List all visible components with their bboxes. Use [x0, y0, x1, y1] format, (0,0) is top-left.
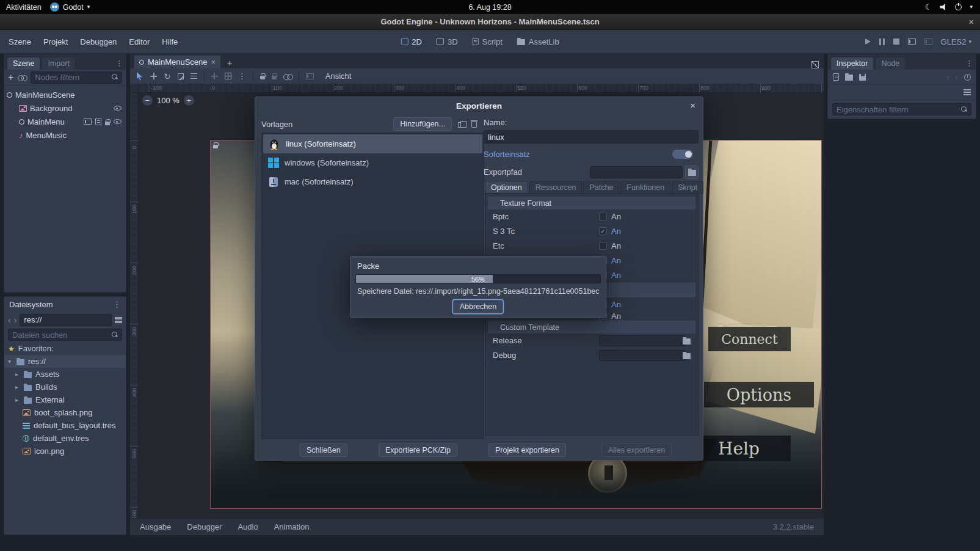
- export-tab-skript[interactable]: Skript: [672, 181, 703, 194]
- bottom-tab-debugger[interactable]: Debugger: [187, 522, 222, 531]
- add-node-button[interactable]: +: [8, 73, 13, 82]
- tab-node[interactable]: Node: [875, 57, 906, 70]
- skeleton-options-icon[interactable]: [306, 73, 314, 79]
- pivot-tool-icon[interactable]: [211, 73, 218, 79]
- export-pck-button[interactable]: Exportiere PCK/Zip: [379, 443, 457, 457]
- select-tool-icon[interactable]: [136, 72, 143, 80]
- menu-szene[interactable]: Szene: [2, 37, 37, 46]
- window-titlebar[interactable]: Godot Engine - Unknown Horizons - MainMe…: [0, 14, 980, 30]
- play-button[interactable]: [865, 38, 871, 45]
- play-custom-scene-button[interactable]: [924, 38, 932, 45]
- object-properties-icon[interactable]: [964, 89, 971, 95]
- close-dialog-button[interactable]: Schließen: [300, 443, 347, 457]
- window-close-button[interactable]: ×: [968, 16, 974, 27]
- instance-scene-button[interactable]: [18, 75, 26, 80]
- debug-template-input[interactable]: [599, 350, 686, 361]
- bottom-tab-ausgabe[interactable]: Ausgabe: [140, 522, 171, 531]
- group-icon[interactable]: [84, 119, 92, 125]
- tree-node-mainmenuscene[interactable]: MainMenuScene: [4, 88, 126, 101]
- export-tab-funktionen[interactable]: Funktionen: [620, 181, 670, 194]
- export-project-button[interactable]: Projekt exportieren: [488, 443, 566, 457]
- snap-grid-icon[interactable]: [225, 73, 231, 79]
- dock-menu-icon[interactable]: ⋮: [113, 301, 121, 308]
- load-resource-icon[interactable]: [845, 75, 853, 81]
- dock-menu-icon[interactable]: ⋮: [115, 59, 123, 67]
- file-row-res[interactable]: ▾ res://: [4, 355, 126, 368]
- visibility-icon[interactable]: [114, 106, 122, 111]
- tree-node-background[interactable]: Background: [4, 101, 126, 115]
- list-select-icon[interactable]: [191, 73, 197, 79]
- split-view-icon[interactable]: [115, 317, 122, 323]
- clock[interactable]: 6. Aug 19:28: [468, 3, 511, 12]
- zoom-out-button[interactable]: −: [142, 95, 153, 106]
- move-tool-icon[interactable]: [150, 73, 157, 79]
- browse-folder-icon[interactable]: [683, 353, 691, 359]
- file-row-default-env[interactable]: default_env.tres: [4, 432, 126, 445]
- activities-button[interactable]: Aktivitäten: [6, 3, 42, 12]
- checkbox[interactable]: [599, 242, 607, 250]
- system-menu-chevron-icon[interactable]: ▾: [970, 4, 973, 10]
- favorites-row[interactable]: ★ Favoriten:: [4, 342, 126, 355]
- export-tab-ressourcen[interactable]: Ressourcen: [529, 181, 583, 194]
- history-back-icon[interactable]: ‹: [946, 72, 949, 82]
- delete-preset-icon[interactable]: [471, 122, 477, 128]
- app-menu-button[interactable]: Godot ▾: [50, 2, 90, 12]
- visibility-icon[interactable]: [114, 119, 122, 124]
- release-template-input[interactable]: [599, 335, 686, 346]
- stop-button[interactable]: [893, 38, 899, 45]
- history-forward-icon[interactable]: ›: [955, 72, 958, 82]
- preset-name-input[interactable]: [484, 130, 699, 144]
- night-light-icon[interactable]: ☾: [925, 3, 932, 11]
- script-icon[interactable]: [95, 118, 101, 125]
- workspace-3d[interactable]: 3D: [432, 37, 463, 46]
- history-icon[interactable]: [964, 74, 971, 81]
- scale-tool-icon[interactable]: [178, 73, 184, 79]
- tree-node-menumusic[interactable]: ♪ MenuMusic: [4, 128, 126, 142]
- zoom-level[interactable]: 100 %: [157, 96, 180, 105]
- file-row-bus-layout[interactable]: default_bus_layout.tres: [4, 419, 126, 432]
- close-tab-icon[interactable]: ×: [211, 57, 216, 67]
- snap-options-icon[interactable]: ⋮: [238, 72, 246, 80]
- file-row-external[interactable]: ▸ External: [4, 393, 126, 406]
- browse-folder-icon[interactable]: [683, 338, 691, 345]
- view-menu[interactable]: Ansicht: [325, 71, 352, 81]
- tab-inspektor[interactable]: Inspektor: [830, 57, 874, 70]
- bottom-tab-audio[interactable]: Audio: [238, 522, 258, 531]
- file-row-icon-png[interactable]: icon.png: [4, 445, 126, 458]
- tab-szene[interactable]: Szene: [7, 57, 40, 70]
- runnable-toggle[interactable]: [672, 150, 693, 159]
- volume-icon[interactable]: [940, 4, 947, 10]
- workspace-assetlib[interactable]: AssetLib: [512, 37, 564, 46]
- new-scene-tab-button[interactable]: +: [223, 56, 236, 68]
- path-input[interactable]: [20, 314, 112, 326]
- workspace-2d[interactable]: 2D: [396, 37, 427, 46]
- export-path-input[interactable]: [590, 166, 683, 178]
- node-filter-input[interactable]: [31, 71, 122, 84]
- nav-back-icon[interactable]: ‹: [8, 315, 11, 325]
- play-scene-button[interactable]: [908, 38, 916, 45]
- expand-icon[interactable]: ▸: [15, 371, 20, 378]
- nav-forward-icon[interactable]: ›: [14, 315, 17, 325]
- menu-projekt[interactable]: Projekt: [37, 37, 74, 46]
- zoom-in-button[interactable]: +: [184, 95, 194, 106]
- group-object-icon[interactable]: [283, 74, 292, 79]
- new-resource-icon[interactable]: [833, 73, 839, 81]
- preset-linux[interactable]: linux (Soforteinsatz): [263, 134, 482, 153]
- power-icon[interactable]: [955, 4, 962, 10]
- tab-import[interactable]: Import: [42, 57, 75, 70]
- property-filter-input[interactable]: [832, 103, 971, 115]
- unlock-object-icon[interactable]: [272, 76, 277, 79]
- export-tab-optionen[interactable]: Optionen: [485, 181, 528, 194]
- duplicate-preset-icon[interactable]: [458, 122, 463, 128]
- add-preset-button[interactable]: Hinzufügen...: [393, 117, 452, 131]
- pause-button[interactable]: [879, 38, 885, 45]
- menu-hilfe[interactable]: Hilfe: [156, 37, 184, 46]
- preset-mac[interactable]: mac (Soforteinsatz): [263, 172, 482, 191]
- workspace-script[interactable]: Script: [468, 37, 507, 46]
- menu-debuggen[interactable]: Debuggen: [74, 37, 123, 46]
- dock-menu-icon[interactable]: ⋮: [965, 59, 973, 67]
- export-tab-patche[interactable]: Patche: [583, 181, 619, 194]
- tree-node-mainmenu[interactable]: MainMenu: [4, 115, 126, 128]
- scene-tab-mainmenuscene[interactable]: MainMenuScene ×: [134, 55, 221, 68]
- cancel-button[interactable]: Abbrechen: [453, 300, 503, 313]
